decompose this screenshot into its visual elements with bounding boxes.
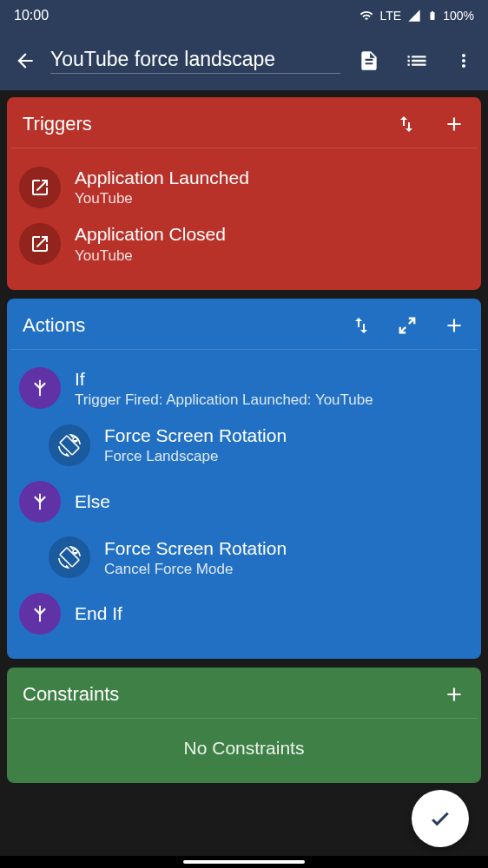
actions-expand-button[interactable] bbox=[398, 316, 417, 335]
actions-card: Actions If Trigger bbox=[7, 299, 481, 659]
item-title: Application Closed bbox=[75, 222, 469, 246]
list-button[interactable] bbox=[405, 49, 429, 73]
item-title: End If bbox=[75, 602, 469, 625]
action-item-endif[interactable]: End If bbox=[19, 586, 469, 641]
expand-icon bbox=[398, 316, 417, 335]
document-icon bbox=[358, 49, 380, 72]
branch-icon bbox=[19, 481, 61, 523]
trigger-item[interactable]: Application Closed YouTube bbox=[19, 215, 469, 272]
item-subtitle: Trigger Fired: Application Launched: You… bbox=[75, 391, 469, 410]
triggers-card: Triggers Application Launched YouTube bbox=[7, 97, 481, 290]
constraints-title: Constraints bbox=[23, 683, 443, 706]
action-item-rotation[interactable]: Force Screen Rotation Cancel Force Mode bbox=[49, 529, 469, 586]
svg-rect-3 bbox=[74, 550, 76, 552]
item-subtitle: Force Landscape bbox=[104, 447, 469, 466]
swap-vert-icon bbox=[396, 114, 417, 135]
status-time: 10:00 bbox=[14, 8, 49, 23]
battery-label: 100% bbox=[443, 9, 474, 23]
action-item-if[interactable]: If Trigger Fired: Application Launched: … bbox=[19, 360, 469, 417]
item-title: If bbox=[75, 367, 469, 391]
battery-icon bbox=[427, 8, 438, 23]
triggers-reorder-button[interactable] bbox=[396, 114, 417, 135]
status-icons: LTE 100% bbox=[358, 8, 474, 23]
action-item-rotation[interactable]: Force Screen Rotation Force Landscape bbox=[49, 417, 469, 473]
item-subtitle: YouTube bbox=[75, 247, 469, 266]
add-icon bbox=[443, 683, 465, 706]
constraints-add-button[interactable] bbox=[443, 683, 465, 706]
actions-reorder-button[interactable] bbox=[351, 315, 372, 336]
item-title: Force Screen Rotation bbox=[104, 536, 469, 560]
action-item-else[interactable]: Else bbox=[19, 474, 469, 529]
swap-vert-icon bbox=[351, 315, 372, 336]
status-bar: 10:00 LTE 100% bbox=[0, 0, 488, 31]
add-icon bbox=[443, 314, 465, 337]
rotation-lock-icon bbox=[49, 424, 90, 466]
constraints-empty: No Constraints bbox=[7, 719, 481, 783]
back-button[interactable] bbox=[14, 49, 36, 72]
save-fab[interactable] bbox=[412, 790, 469, 847]
nav-handle[interactable] bbox=[183, 860, 305, 864]
constraints-card: Constraints No Constraints bbox=[7, 667, 481, 783]
item-subtitle: Cancel Force Mode bbox=[104, 560, 469, 579]
nav-bar bbox=[0, 856, 488, 868]
more-button[interactable] bbox=[453, 50, 474, 71]
actions-title: Actions bbox=[23, 314, 351, 337]
branch-icon bbox=[19, 593, 61, 635]
triggers-add-button[interactable] bbox=[443, 113, 465, 135]
network-label: LTE bbox=[380, 9, 402, 23]
arrow-back-icon bbox=[14, 49, 36, 72]
wifi-icon bbox=[358, 9, 375, 23]
launch-icon bbox=[19, 167, 61, 208]
item-title: Application Launched bbox=[75, 166, 469, 189]
more-vert-icon bbox=[453, 50, 474, 71]
actions-add-button[interactable] bbox=[443, 314, 465, 337]
add-icon bbox=[443, 113, 465, 135]
signal-icon bbox=[406, 9, 422, 23]
triggers-title: Triggers bbox=[23, 113, 396, 135]
item-title: Force Screen Rotation bbox=[104, 424, 469, 447]
svg-rect-1 bbox=[74, 438, 76, 440]
page-title[interactable]: YouTube force landscape bbox=[50, 48, 340, 74]
item-subtitle: YouTube bbox=[75, 189, 469, 208]
list-icon bbox=[405, 49, 429, 73]
app-bar: YouTube force landscape bbox=[0, 31, 488, 90]
trigger-item[interactable]: Application Launched YouTube bbox=[19, 159, 469, 215]
branch-icon bbox=[19, 367, 61, 409]
launch-icon bbox=[19, 223, 61, 265]
check-icon bbox=[427, 806, 453, 832]
description-button[interactable] bbox=[358, 49, 380, 72]
rotation-lock-icon bbox=[49, 536, 90, 578]
item-title: Else bbox=[75, 490, 469, 513]
